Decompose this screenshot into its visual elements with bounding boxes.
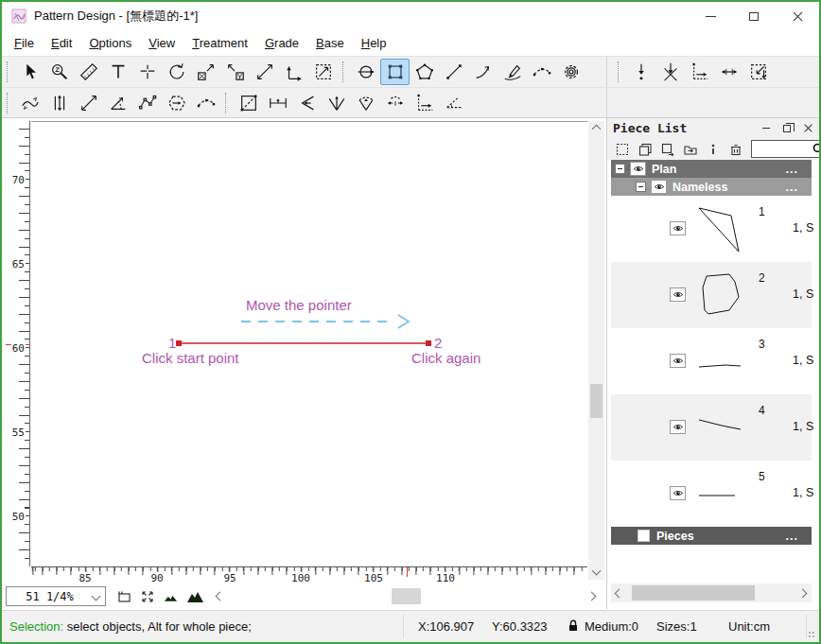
menu-grade[interactable]: Grade: [256, 32, 307, 54]
fan-spread-tool-button[interactable]: [322, 90, 351, 116]
resize-grip[interactable]: [808, 631, 816, 639]
page-frame-icon[interactable]: [116, 589, 131, 604]
skew-move-tool-button[interactable]: [250, 59, 279, 85]
piece-thumbnail: [692, 467, 747, 520]
curve-tool-button[interactable]: [468, 59, 498, 85]
scroll-left-icon[interactable]: [615, 588, 624, 598]
pleat-tool-button[interactable]: [351, 90, 380, 116]
canvas-horizontal-scrollbar[interactable]: [223, 587, 588, 605]
menu-treatment[interactable]: Treatment: [183, 32, 256, 54]
menu-view[interactable]: View: [140, 32, 183, 54]
copy-arrange-button[interactable]: [660, 142, 675, 157]
collapse-toggle-icon[interactable]: [636, 182, 646, 192]
spread-arrows-tool-button[interactable]: [380, 90, 410, 116]
tree-row-plan[interactable]: Plan ...: [611, 160, 812, 178]
maximize-button[interactable]: [732, 2, 776, 30]
select-pieces-button[interactable]: [615, 142, 630, 157]
visibility-toggle[interactable]: [670, 486, 686, 500]
menu-options[interactable]: Options: [80, 32, 140, 54]
tree-row-nameless[interactable]: Nameless ...: [611, 178, 812, 196]
panel-minimize-button[interactable]: [759, 122, 774, 135]
dart-tool-button[interactable]: [292, 90, 322, 116]
panel-restore-button[interactable]: [779, 122, 795, 135]
trim-tool-button[interactable]: [132, 59, 162, 85]
horizontal-scroll-thumb[interactable]: [392, 588, 421, 604]
piece-list-horizontal-scrollbar[interactable]: [611, 583, 812, 602]
polygon-tool-button[interactable]: [410, 59, 439, 85]
visibility-toggle[interactable]: [670, 354, 686, 368]
corner-trim-tool-button[interactable]: [410, 90, 439, 116]
box-align-tool-button[interactable]: [743, 59, 773, 85]
scroll-right-icon[interactable]: [798, 588, 808, 598]
export-folder-button[interactable]: [683, 142, 698, 157]
move-y-tool-button[interactable]: [220, 59, 250, 85]
close-button[interactable]: [776, 2, 819, 30]
more-button[interactable]: ...: [786, 181, 798, 194]
drop-point-tool-button[interactable]: [626, 59, 655, 85]
visibility-toggle[interactable]: [630, 162, 646, 176]
piece-row-5[interactable]: 5 1, S: [611, 461, 812, 527]
piece-row-2[interactable]: 2 1, S: [611, 262, 812, 328]
zoom-in-view-icon[interactable]: [186, 590, 204, 603]
flip-box-tool-button[interactable]: [234, 90, 263, 116]
hexagon-dart-tool-button[interactable]: [162, 90, 191, 116]
seam-curve-tool-button[interactable]: [15, 90, 44, 116]
spiral-tool-button[interactable]: [556, 59, 585, 85]
vertical-scroll-thumb[interactable]: [590, 384, 603, 418]
menu-file[interactable]: File: [6, 32, 43, 54]
panel-close-button[interactable]: [800, 122, 815, 135]
visibility-toggle[interactable]: [651, 180, 667, 194]
parallel-move-tool-button[interactable]: [191, 90, 220, 116]
select-tool-button[interactable]: [15, 59, 44, 85]
scroll-up-icon[interactable]: [592, 125, 602, 134]
scroll-down-icon[interactable]: [592, 566, 602, 576]
visibility-toggle[interactable]: [670, 221, 686, 235]
zoom-level-select[interactable]: 51 1/4%: [6, 586, 106, 606]
horizontal-scroll-thumb[interactable]: [632, 585, 755, 600]
move-xy-tool-button[interactable]: [279, 59, 308, 85]
diagonal-move-tool-button[interactable]: [74, 90, 103, 116]
menu-base[interactable]: Base: [307, 32, 353, 54]
canvas-vertical-scrollbar[interactable]: [588, 121, 604, 580]
delete-piece-button[interactable]: [728, 142, 743, 157]
spacing-tool-button[interactable]: [714, 59, 743, 85]
stretch-horizontal-tool-button[interactable]: [263, 90, 292, 116]
rotate-tool-button[interactable]: [162, 59, 191, 85]
text-tool-button[interactable]: [103, 59, 132, 85]
menu-help[interactable]: Help: [353, 32, 395, 54]
minimize-button[interactable]: [689, 2, 732, 30]
zoom-out-view-icon[interactable]: [164, 591, 178, 602]
copy-piece-button[interactable]: [638, 142, 653, 157]
merge-point-tool-button[interactable]: [655, 59, 685, 85]
spline-points-tool-button[interactable]: [527, 59, 556, 85]
piece-info-button[interactable]: [706, 142, 721, 157]
edit-curve-tool-button[interactable]: [498, 59, 527, 85]
more-button[interactable]: ...: [786, 530, 798, 543]
move-x-tool-button[interactable]: [191, 59, 220, 85]
tree-row-pieces[interactable]: Pieces ...: [611, 527, 812, 545]
line-tool-button[interactable]: [439, 59, 468, 85]
compass-tool-button[interactable]: [351, 59, 380, 85]
notch-angle-tool-button[interactable]: [439, 90, 468, 116]
collapse-toggle-icon[interactable]: [615, 164, 625, 174]
zoom-tool-button[interactable]: [44, 59, 74, 85]
visibility-toggle[interactable]: [670, 420, 686, 434]
scroll-right-icon[interactable]: [587, 592, 597, 601]
piece-row-4[interactable]: 4 1, S: [611, 394, 812, 461]
piece-search-input[interactable]: [752, 144, 812, 155]
rectangle-tool-button[interactable]: [380, 59, 410, 85]
stretch-box-tool-button[interactable]: [308, 59, 338, 85]
fit-view-icon[interactable]: [140, 589, 155, 604]
drawing-canvas[interactable]: Move the pointer 1 2 Click start point C…: [31, 121, 587, 566]
path-points-tool-button[interactable]: [132, 90, 162, 116]
piece-row-1[interactable]: 1 1, S: [611, 196, 812, 262]
parallel-lines-tool-button[interactable]: [44, 90, 74, 116]
piece-row-3[interactable]: 3 1, S: [611, 328, 812, 394]
corner-align-tool-button[interactable]: [685, 59, 714, 85]
measure-ruler-tool-button[interactable]: [74, 59, 103, 85]
angle-fan-tool-button[interactable]: [103, 90, 132, 116]
visibility-toggle[interactable]: [670, 287, 686, 302]
menu-edit[interactable]: Edit: [43, 32, 80, 54]
more-button[interactable]: ...: [786, 163, 798, 176]
pieces-checkbox[interactable]: [638, 530, 650, 542]
